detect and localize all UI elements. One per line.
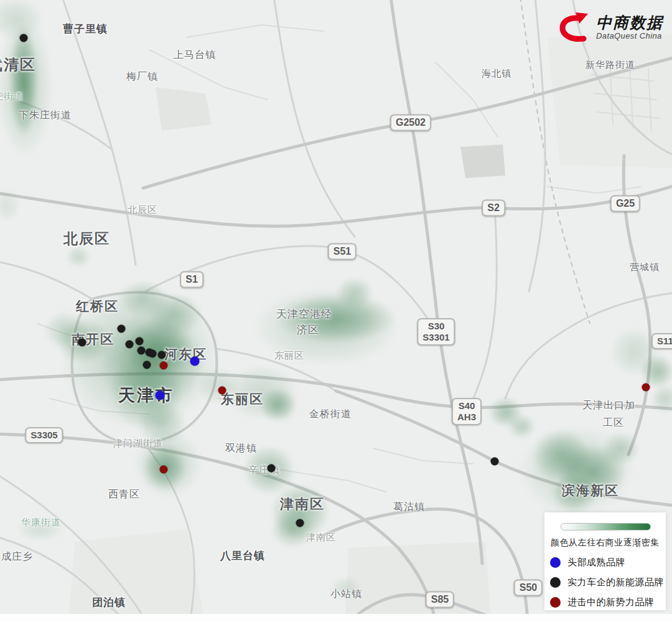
logo-swoosh-arrow-icon xyxy=(559,12,592,42)
brand-marker-black xyxy=(149,350,157,358)
road-badge: S2 xyxy=(482,199,505,216)
map-label: 成庄乡 xyxy=(1,552,33,562)
map-label: 津门湖街道 xyxy=(113,438,163,448)
map-label: 营城镇 xyxy=(630,262,660,271)
map-label: 北辰区 xyxy=(63,232,110,246)
road-badge-label: S2 xyxy=(487,202,500,214)
road-badge: S11 xyxy=(651,333,672,349)
map-label: 葛沽镇 xyxy=(393,502,425,512)
map-label: 济区 xyxy=(297,324,319,335)
legend-caption: 颜色从左往右商业逐渐密集 xyxy=(544,537,666,549)
road-badge-label: S50 xyxy=(520,582,537,593)
brand-marker-black xyxy=(78,339,86,347)
map-label: 东丽区 xyxy=(221,392,264,405)
map-label: 双港镇 xyxy=(225,443,257,453)
brand-marker-red xyxy=(160,466,168,474)
road-badge-label: G2502 xyxy=(396,116,426,128)
road-badge-label: AH3 xyxy=(457,412,476,423)
brand-marker-black xyxy=(296,519,304,527)
road-badge-label: G25 xyxy=(616,197,635,209)
road-badge: S1 xyxy=(180,271,203,288)
road-badge: S3305 xyxy=(25,427,63,443)
map-label: 华康街道 xyxy=(21,517,61,527)
legend-dot xyxy=(550,597,561,608)
map-label: 河东区 xyxy=(164,347,207,360)
brand-marker-blue xyxy=(190,357,200,366)
brand-marker-red xyxy=(218,387,226,395)
road-badge: S50 xyxy=(514,579,543,596)
brand-marker-black xyxy=(268,464,276,473)
brand-marker-black xyxy=(136,337,144,346)
map-label: 天津空港经 xyxy=(276,309,332,319)
map-label: 小站镇 xyxy=(330,589,362,599)
brand-logo: 中商数据 DataQuest China xyxy=(559,12,663,42)
map-legend: 颜色从左往右商业逐渐密集 头部成熟品牌实力车企的新能源品牌进击中的新势力品牌 xyxy=(544,512,666,610)
brand-marker-black xyxy=(491,458,499,466)
map-label: 梅厂镇 xyxy=(126,72,158,82)
road-badge: G25 xyxy=(610,195,640,212)
legend-items: 头部成熟品牌实力车企的新能源品牌进击中的新势力品牌 xyxy=(544,557,666,608)
map-label: 辛庄镇 xyxy=(248,465,280,475)
brand-marker-black xyxy=(158,351,166,359)
legend-item: 头部成熟品牌 xyxy=(550,557,666,568)
road-badge-label: S3305 xyxy=(30,430,57,441)
legend-item: 进击中的新势力品牌 xyxy=(550,596,666,608)
map-label: 金桥街道 xyxy=(309,409,352,419)
brand-marker-black xyxy=(138,347,146,355)
logo-brand-en: DataQuest China xyxy=(596,32,663,40)
map-label: 新华路街道 xyxy=(586,60,635,69)
map-label: 津南区 xyxy=(280,497,325,511)
brand-marker-black xyxy=(126,341,134,349)
map-label: 海北镇 xyxy=(482,68,511,78)
road-badge: G2502 xyxy=(390,114,431,131)
legend-item-label: 实力车企的新能源品牌 xyxy=(567,577,664,588)
legend-dot xyxy=(550,557,561,568)
brand-marker-red xyxy=(642,384,650,392)
map-label: 西青区 xyxy=(108,489,140,499)
road-badge: S51 xyxy=(328,243,357,260)
map-label: 曹子里镇 xyxy=(63,24,108,34)
legend-item-label: 头部成熟品牌 xyxy=(567,557,625,568)
brand-marker-black xyxy=(143,361,151,369)
map-label: 武清区 xyxy=(0,57,36,72)
road-badge-label: S51 xyxy=(334,245,351,257)
map-label: 北辰区 xyxy=(128,205,157,214)
map-label: 津南区 xyxy=(306,532,336,542)
map-screenshot: 曹子里镇上马台镇梅厂镇武清区庄街道下朱庄街道海北镇新华路街道北辰区北辰区营城镇红… xyxy=(0,0,672,622)
map-label: 工区 xyxy=(603,418,624,428)
map-label: 滨海新区 xyxy=(562,484,619,497)
road-badge-label: S1 xyxy=(185,273,198,285)
density-gradient-bar xyxy=(561,523,651,530)
road-badge-label: S3301 xyxy=(422,332,449,343)
road-badge: S40AH3 xyxy=(452,398,482,425)
brand-marker-red xyxy=(160,362,168,370)
map-label: 红桥区 xyxy=(76,299,119,313)
map-label: 庄街道 xyxy=(0,92,24,101)
road-badge-label: S11 xyxy=(657,336,672,347)
brand-marker-blue xyxy=(156,391,165,400)
logo-brand-cn: 中商数据 xyxy=(596,15,663,31)
brand-marker-black xyxy=(20,34,28,42)
map-label: 东丽区 xyxy=(274,351,304,360)
legend-dot xyxy=(550,577,561,588)
legend-item-label: 进击中的新势力品牌 xyxy=(567,596,655,608)
road-badge-label: S85 xyxy=(431,593,449,605)
road-badge-label: S40 xyxy=(457,400,476,412)
brand-marker-black xyxy=(118,325,126,333)
map-label: 天津市 xyxy=(118,387,174,404)
legend-item: 实力车企的新能源品牌 xyxy=(550,577,666,588)
map-label: 八里台镇 xyxy=(220,550,265,561)
map-label: 上马台镇 xyxy=(174,50,216,60)
map-label: 团泊镇 xyxy=(92,597,126,608)
map-label: 天津出口加 xyxy=(582,400,635,410)
road-badge-label: S30 xyxy=(422,321,449,332)
road-badge: S30S3301 xyxy=(417,318,455,346)
map-label: 下朱庄街道 xyxy=(19,110,72,120)
road-badge: S85 xyxy=(426,591,454,608)
bottom-margin xyxy=(0,614,672,622)
